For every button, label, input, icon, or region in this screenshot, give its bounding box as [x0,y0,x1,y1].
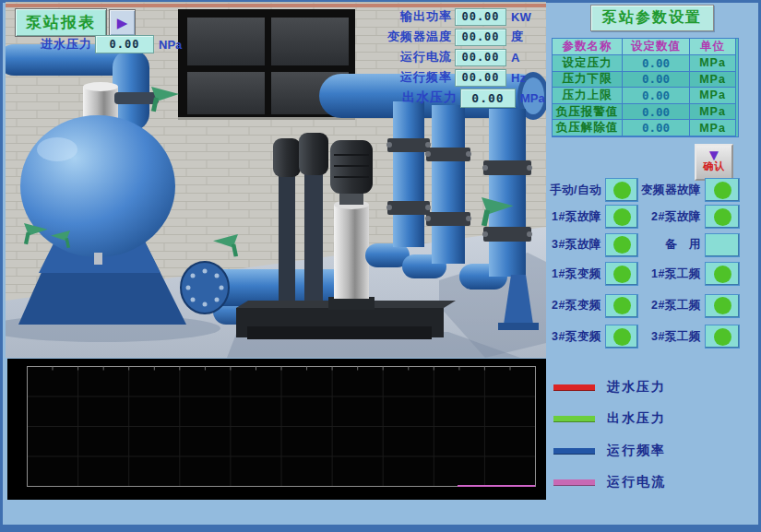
outlet-pressure-unit: MPa [520,91,545,105]
indicator-lamp-pump3-fault [605,233,638,257]
indicator-lamp-pump3-vfd [605,325,638,349]
param-name: 负压解除值 [553,120,623,136]
report-button-label: 泵站报表 [26,12,96,33]
param-unit: MPa [690,55,736,72]
indicator-lamp-pump1-fault [605,205,638,229]
legend-item-outlet-pressure: 出水压力 [553,410,666,427]
legend-label: 运行频率 [607,443,666,459]
indicator-lamp-pump2-fault [705,205,740,229]
indicator-label-pump2-vfd: 2#泵变频 [546,298,605,313]
inlet-pressure-unit: NPa [159,38,182,52]
indicator-lamp-pump2-mains [705,294,740,318]
inlet-pressure-readout: 进水压力 0.00 NPa [9,36,182,53]
legend-item-run-current: 运行电流 [553,474,666,491]
indicator-label-pump2-fault: 2#泵故障 [638,209,705,225]
pump-3 [328,140,375,310]
output-power-label: 输出功率 [367,8,452,25]
indicator-label-vfd-fault: 变频器故障 [638,183,705,198]
col-header-value: 设定数值 [623,39,690,55]
indicator-label-pump1-vfd: 1#泵变频 [546,266,605,282]
indicator-lamp-spare [705,233,740,257]
outlet-pressure-value: 0.00 [460,89,516,108]
inverter-temp-value: 00.00 [455,29,506,46]
indicator-label-pump3-mains: 3#泵工频 [638,329,705,345]
param-name: 压力上限 [553,88,623,104]
param-setpoint-field[interactable]: 0.00 [623,72,690,89]
report-open-button[interactable]: ▶ [109,9,136,36]
indicator-lamp-pump2-vfd [605,294,638,318]
run-frequency-value: 00.00 [455,69,506,87]
indicator-label-pump3-vfd: 3#泵变频 [546,329,605,345]
parameter-table: 参数名称 设定数值 单位 设定压力 0.00 MPa 压力下限 0.00 MPa… [552,38,739,137]
output-power-readout: 输出功率 00.00 KW [367,8,531,25]
inverter-temp-readout: 变频器温度 00.00 度 [367,29,523,45]
indicator-label-pump3-fault: 3#泵故障 [546,237,605,253]
legend-item-inlet-pressure: 进水压力 [553,379,666,396]
legend-label: 出水压力 [607,410,666,427]
inlet-pressure-value: 0.00 [95,35,154,53]
run-frequency-readout: 运行频率 00.00 Hz [367,69,526,86]
indicator-lamp-pump3-mains [705,325,740,349]
run-frequency-unit: Hz [511,71,526,85]
inverter-temp-unit: 度 [511,29,523,45]
output-power-unit: KW [511,10,531,24]
inlet-pressure-label: 进水压力 [9,36,92,53]
param-name: 压力下限 [553,72,623,89]
inverter-temp-label: 变频器温度 [367,29,452,45]
wall-top-trim [6,4,546,7]
run-frequency-label: 运行频率 [367,69,452,86]
indicator-label-pump1-fault: 1#泵故障 [546,209,605,225]
param-setpoint-field[interactable]: 0.00 [623,120,690,136]
report-button-group: 泵站报表 ▶ [15,8,136,37]
play-icon: ▶ [117,15,128,31]
param-setpoint-field[interactable]: 0.00 [623,104,690,121]
legend-swatch [553,416,595,422]
confirm-button[interactable]: ▼ 确认 [695,144,733,181]
col-header-name: 参数名称 [553,39,623,55]
param-name: 设定压力 [553,55,623,72]
legend-label: 进水压力 [607,379,666,396]
param-unit: MPa [690,120,736,136]
tank-top-pipe [114,92,159,104]
outlet-pressure-label: 出水压力 [387,89,458,106]
indicator-lamp-pump1-mains [705,262,740,286]
indicator-lamp-vfd-fault [705,178,740,202]
legend-swatch [553,384,595,391]
legend-swatch [553,479,595,486]
indicator-label-pump1-mains: 1#泵工频 [638,266,705,282]
status-indicator-grid: 手动/自动 变频器故障 1#泵故障 2#泵故障 3#泵故障 备 用 1#泵变频 … [546,177,742,350]
output-power-value: 00.00 [455,8,506,26]
param-unit: MPa [690,72,736,89]
legend-item-run-frequency: 运行频率 [553,443,666,459]
outlet-pressure-readout: 出水压力 0.00 MPa [387,89,545,106]
indicator-label-spare: 备 用 [638,237,705,253]
settings-panel-title: 泵站参数设置 [590,5,714,31]
legend-swatch [553,448,595,455]
indicator-lamp-pump1-vfd [605,262,638,286]
col-header-unit: 单位 [690,39,736,55]
param-setpoint-field[interactable]: 0.00 [623,88,690,104]
run-current-unit: A [511,51,519,65]
pump-station-hmi-screen: 泵站报表 ▶ 进水压力 0.00 NPa 输出功率 00.00 KW 变频器温度… [0,0,761,532]
param-unit: MPa [690,104,736,121]
trend-chart [7,359,546,500]
run-current-value: 00.00 [455,49,506,66]
indicator-label-manual-auto: 手动/自动 [546,183,605,198]
param-name: 负压报警值 [553,104,623,121]
confirm-button-label: 确认 [703,160,725,173]
report-button[interactable]: 泵站报表 [15,8,107,37]
indicator-label-pump2-mains: 2#泵工频 [638,298,705,313]
indicator-lamp-manual-auto [605,178,638,202]
run-current-readout: 运行电流 00.00 A [367,49,519,65]
param-unit: MPa [690,88,736,104]
legend-label: 运行电流 [607,474,666,491]
trend-chart-plot [7,359,546,500]
run-current-label: 运行电流 [367,49,452,65]
param-setpoint-field[interactable]: 0.00 [623,55,690,72]
